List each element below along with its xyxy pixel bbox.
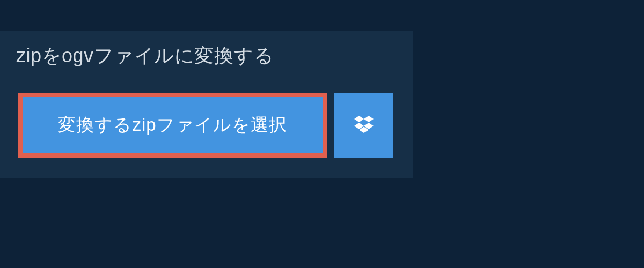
converter-panel: zipをogvファイルに変換する 変換するzipファイルを選択 [0,31,413,178]
title-bar: zipをogvファイルに変換する [0,31,333,82]
dropbox-button[interactable] [334,93,393,158]
dropbox-icon [354,116,374,135]
select-file-label: 変換するzipファイルを選択 [58,113,287,137]
select-file-button[interactable]: 変換するzipファイルを選択 [18,93,327,158]
page-title: zipをogvファイルに変換する [16,43,317,69]
button-row: 変換するzipファイルを選択 [0,82,413,178]
